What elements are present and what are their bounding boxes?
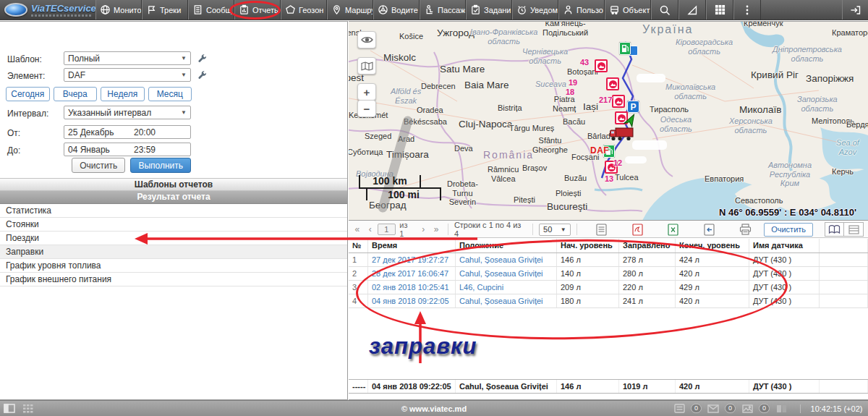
map-view-toggle[interactable] <box>825 222 844 237</box>
col-header[interactable]: Нач. уровень <box>557 239 619 252</box>
visibility-button[interactable] <box>357 31 376 48</box>
fuel-station-marker[interactable] <box>619 42 631 55</box>
report-item-fuelings[interactable]: Заправки <box>0 245 347 259</box>
panel-icon <box>4 404 15 413</box>
execute-button[interactable]: Выполнить <box>130 158 191 173</box>
report-panel: Шаблон: Полный ▼ Элемент: DAF ▼ Сегодня … <box>0 21 348 400</box>
report-item-external-power-chart[interactable]: График внешнего питания <box>0 273 347 286</box>
export-excel-button[interactable] <box>665 223 681 237</box>
page-number-input[interactable]: 1 <box>378 224 396 235</box>
today-button[interactable]: Сегодня <box>6 87 50 101</box>
col-header[interactable]: Время <box>368 239 456 252</box>
nav-notifications[interactable]: Уведом <box>512 0 558 20</box>
event-marker[interactable] <box>612 95 625 108</box>
table-row[interactable]: 4 04 янв 2018 09:22:05 Cahul, Șoseaua Gr… <box>349 294 868 308</box>
month-button[interactable]: Месяц <box>148 87 192 101</box>
report-item-trips[interactable]: Поездки <box>0 232 347 245</box>
export-file-button[interactable] <box>702 223 718 237</box>
pdf-icon <box>632 224 643 236</box>
grid-view-button[interactable] <box>19 401 38 416</box>
nav-tasks[interactable]: Задани <box>466 0 512 20</box>
report-item-fuel-level-chart[interactable]: График уровня топлива <box>0 259 347 273</box>
clear-table-button[interactable]: Очистить <box>764 223 813 237</box>
more-dots-icon <box>745 4 749 16</box>
parking-marker[interactable]: P <box>627 101 639 113</box>
map-label: Севастополь <box>735 196 783 205</box>
clear-form-button[interactable]: Очистить <box>72 158 125 173</box>
messages-status-button[interactable] <box>704 404 723 413</box>
grid-dots-icon <box>23 404 33 413</box>
template-select[interactable]: Полный ▼ <box>64 51 191 65</box>
map-layers-icon <box>361 61 373 71</box>
more-button[interactable] <box>733 0 761 20</box>
to-datetime-field[interactable]: 04 Январь 23:59 <box>64 143 191 156</box>
interval-select[interactable]: Указанный интервал ▼ <box>64 106 191 119</box>
media-status-button[interactable] <box>738 404 757 413</box>
col-header[interactable]: Положение <box>456 239 557 252</box>
nav-drivers[interactable]: Водите <box>373 0 420 20</box>
layout-toggle[interactable] <box>844 222 864 237</box>
event-marker[interactable] <box>595 59 608 72</box>
templates-section-header[interactable]: Шаблоны отчетов <box>0 178 347 191</box>
table-row[interactable]: 2 28 дек 2017 16:06:47 Cahul, Șoseaua Gr… <box>349 267 868 281</box>
nav-routes[interactable]: Маршру <box>327 0 373 20</box>
week-button[interactable]: Неделя <box>101 87 145 101</box>
element-select[interactable]: DAF ▼ <box>64 68 191 82</box>
yesterday-button[interactable]: Вчера <box>54 87 98 101</box>
report-item-parkings[interactable]: Стоянки <box>0 218 347 232</box>
table-row[interactable]: 3 02 янв 2018 10:25:41 L46, Cupcini 209 … <box>349 281 868 294</box>
from-datetime-field[interactable]: 25 Декабрь 20:00 <box>64 125 191 139</box>
map-label: Piatra Neamț <box>553 95 576 113</box>
zoom-out-button[interactable]: − <box>357 100 376 117</box>
map[interactable]: Slovensko Košice Ужгород Кам'янець- Поді… <box>349 22 868 221</box>
nav-users[interactable]: Пользо <box>558 0 605 20</box>
last-page-button[interactable]: » <box>430 224 442 234</box>
tools-button[interactable] <box>678 0 706 20</box>
vehicle-label: DAF <box>590 146 609 156</box>
first-page-button[interactable]: « <box>352 224 363 234</box>
col-header[interactable]: Конеч. уровень <box>676 239 749 252</box>
collapse-panel-button[interactable] <box>0 401 19 416</box>
report-form: Шаблон: Полный ▼ Элемент: DAF ▼ Сегодня … <box>0 22 347 178</box>
col-header[interactable]: № <box>349 239 368 252</box>
flag-icon <box>146 4 157 15</box>
polygon-icon <box>285 4 296 15</box>
template-settings-button[interactable] <box>196 52 209 65</box>
table-row[interactable]: 1 27 дек 2017 19:27:27 Cahul, Șoseaua Gr… <box>349 253 868 267</box>
nav-reports[interactable]: Отчеты <box>234 0 281 20</box>
divider <box>576 224 577 235</box>
next-page-button[interactable]: › <box>417 224 429 234</box>
marker-number: 43 <box>580 58 589 67</box>
layout-status-button[interactable] <box>772 404 791 413</box>
report-view-button[interactable] <box>594 223 610 237</box>
prev-page-button[interactable]: ‹ <box>365 224 376 234</box>
nav-tracks[interactable]: Треки <box>142 0 188 20</box>
layers-button[interactable] <box>357 57 376 75</box>
map-label: Івано-Франківська область <box>470 27 537 46</box>
result-section-header[interactable]: Результат отчета <box>0 191 347 204</box>
nav-passengers[interactable]: Пассаж <box>420 0 466 20</box>
reports-status-button[interactable] <box>670 404 689 413</box>
apps-button[interactable] <box>706 0 733 20</box>
col-header[interactable]: Имя датчика <box>749 239 820 252</box>
zoom-in-button[interactable]: + <box>357 83 376 101</box>
nav-monitoring[interactable]: Монито <box>95 0 142 20</box>
nav-geofences[interactable]: Геозон <box>281 0 327 20</box>
event-photo-icon <box>615 98 623 106</box>
print-button[interactable] <box>737 223 753 237</box>
status-bar: © www.viatec.md 0 0 0 10:42:15 (+02) <box>0 400 868 416</box>
event-marker[interactable] <box>606 77 619 90</box>
search-button[interactable] <box>651 0 678 20</box>
logout-button[interactable] <box>842 0 868 20</box>
element-settings-button[interactable] <box>196 69 209 82</box>
report-item-statistics[interactable]: Статистика <box>0 204 347 218</box>
marker-number: 19 <box>569 78 577 88</box>
page-size-select[interactable]: 50 ▼ <box>539 224 571 236</box>
export-pdf-button[interactable] <box>629 223 645 237</box>
col-header[interactable]: Заправлено <box>619 239 676 252</box>
nav-messages[interactable]: Сообщ <box>188 0 234 20</box>
map-label: Херсонська область <box>729 116 773 135</box>
truck-marker[interactable] <box>609 125 635 142</box>
nav-units[interactable]: Объект <box>605 0 651 20</box>
ruler-triangle-icon <box>686 4 698 16</box>
